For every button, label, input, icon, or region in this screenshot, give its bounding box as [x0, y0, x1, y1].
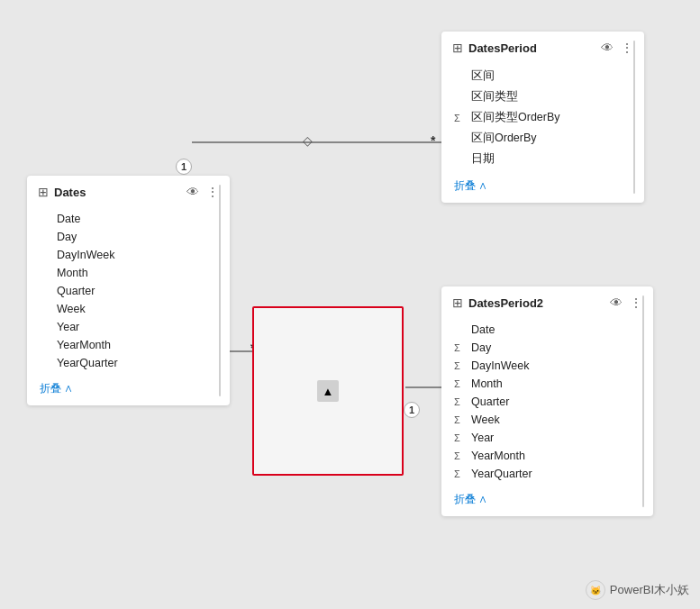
dates-period-eye-icon[interactable]: 👁	[601, 41, 614, 55]
list-item: ΣMonth	[441, 375, 653, 393]
list-item: YearQuarter	[27, 354, 230, 372]
dates-period2-card-footer: 折叠 ∧	[441, 486, 653, 516]
dates-period2-card-title: DatesPeriod2	[468, 296, 605, 310]
list-item: ΣWeek	[441, 411, 653, 429]
dates-period2-eye-icon[interactable]: 👁	[610, 295, 623, 310]
connector-one-label-bottom: 1	[404, 402, 420, 418]
connector-star-top: *	[431, 133, 435, 148]
dates-card-header: ⊞ Dates 👁 ⋮	[27, 176, 230, 206]
list-item: 区间类型	[441, 86, 644, 107]
dates-period2-more-icon[interactable]: ⋮	[630, 295, 642, 310]
list-item: YearMonth	[27, 336, 230, 354]
dates-card-actions: 👁 ⋮	[186, 185, 219, 199]
dates-period2-card-actions: 👁 ⋮	[610, 295, 642, 310]
sigma-icon: Σ	[454, 468, 467, 479]
dates-card-footer: 折叠 ∧	[27, 376, 230, 405]
scroll-up-button[interactable]: ▲	[317, 380, 339, 402]
list-item: Date	[27, 210, 230, 228]
empty-table-slot[interactable]: ▲	[252, 306, 404, 476]
sigma-icon: Σ	[454, 360, 467, 371]
sigma-icon: Σ	[454, 378, 467, 389]
dates-period-more-icon[interactable]: ⋮	[621, 41, 633, 55]
dates-card-title: Dates	[54, 186, 181, 199]
list-item: DayInWeek	[27, 246, 230, 264]
watermark: 🐱 PowerBI木小妖	[586, 580, 689, 600]
list-item: ΣYearQuarter	[441, 465, 653, 483]
dates-eye-icon[interactable]: 👁	[186, 185, 199, 199]
list-item: ΣQuarter	[441, 393, 653, 411]
list-item: Date	[441, 321, 653, 339]
list-item: Σ区间类型OrderBy	[441, 107, 644, 128]
connector-diamond: ◇	[303, 133, 313, 148]
list-item: ΣYear	[441, 429, 653, 447]
sigma-icon: Σ	[454, 113, 467, 123]
table-icon: ⊞	[452, 41, 463, 55]
dates-period-card-body: 区间 区间类型 Σ区间类型OrderBy 区间OrderBy 日期	[441, 62, 644, 173]
table-icon: ⊞	[452, 295, 463, 310]
canvas: ◇ * 1 * 1 ▲ ⊞ Dates 👁 ⋮ Date Day DayInWe…	[0, 0, 700, 609]
list-item: ΣDay	[441, 339, 653, 357]
list-item: Month	[27, 264, 230, 282]
list-item: Quarter	[27, 282, 230, 300]
dates-more-icon[interactable]: ⋮	[206, 185, 219, 199]
watermark-icon: 🐱	[586, 580, 605, 600]
list-item: Day	[27, 228, 230, 246]
dates-period-card-title: DatesPeriod	[468, 41, 595, 55]
connector-one-label-top: 1	[176, 159, 192, 175]
sigma-icon: Σ	[454, 396, 467, 407]
list-item: 日期	[441, 149, 644, 169]
list-item: ΣYearMonth	[441, 447, 653, 465]
list-item: 区间OrderBy	[441, 128, 644, 149]
table-icon: ⊞	[38, 185, 49, 199]
dates-period-collapse-link[interactable]: 折叠 ∧	[454, 179, 487, 192]
dates-period2-collapse-link[interactable]: 折叠 ∧	[454, 493, 487, 505]
sigma-icon: Σ	[454, 432, 467, 443]
sigma-icon: Σ	[454, 414, 467, 425]
sigma-icon: Σ	[454, 342, 467, 353]
dates-card-body: Date Day DayInWeek Month Quarter Week Ye…	[27, 206, 230, 376]
list-item: 区间	[441, 66, 644, 86]
list-item: ΣDayInWeek	[441, 357, 653, 375]
watermark-text: PowerBI木小妖	[610, 582, 689, 598]
dates-period2-card-body: Date ΣDay ΣDayInWeek ΣMonth ΣQuarter ΣWe…	[441, 317, 653, 486]
dates-period-card-footer: 折叠 ∧	[441, 173, 644, 203]
dates-collapse-link[interactable]: 折叠 ∧	[40, 382, 73, 395]
dates-table-card: ⊞ Dates 👁 ⋮ Date Day DayInWeek Month Qua…	[27, 176, 230, 405]
dates-period2-table-card: ⊞ DatesPeriod2 👁 ⋮ Date ΣDay ΣDayInWeek …	[441, 286, 653, 516]
sigma-icon: Σ	[454, 450, 467, 461]
dates-period2-card-header: ⊞ DatesPeriod2 👁 ⋮	[441, 286, 653, 317]
dates-period-table-card: ⊞ DatesPeriod 👁 ⋮ 区间 区间类型 Σ区间类型OrderBy 区…	[441, 32, 644, 203]
list-item: Year	[27, 318, 230, 336]
dates-period-card-header: ⊞ DatesPeriod 👁 ⋮	[441, 32, 644, 62]
dates-period-card-actions: 👁 ⋮	[601, 41, 633, 55]
list-item: Week	[27, 300, 230, 318]
